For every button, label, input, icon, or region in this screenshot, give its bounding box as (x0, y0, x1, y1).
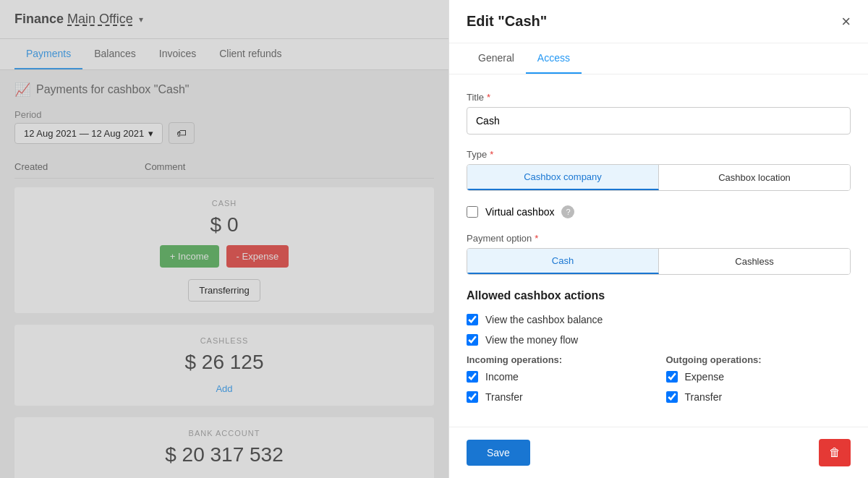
left-panel: Finance Main Office ▾ Payments Balances … (0, 0, 448, 478)
title-input[interactable] (467, 107, 851, 135)
select-arrow: ▾ (148, 128, 153, 139)
table-header: Created Comment (14, 155, 434, 179)
tab-payments[interactable]: Payments (14, 39, 82, 69)
operations-grid: Incoming operations: Income Transfer Out… (467, 354, 851, 411)
cashbox-bank-card: BANK ACCOUNT $ 20 317 532 (14, 417, 434, 478)
incoming-transfer-label: Transfer (485, 391, 523, 403)
cash-actions: + Income - Expense (26, 245, 422, 268)
payment-cashless[interactable]: Cashless (659, 249, 850, 274)
cash-amount: $ 0 (26, 213, 422, 236)
incoming-header: Incoming operations: (467, 354, 652, 365)
incoming-income-label: Income (485, 371, 519, 383)
close-button[interactable]: × (841, 14, 851, 30)
modal-header: Edit "Cash" × (449, 0, 868, 43)
delete-button[interactable]: 🗑 (819, 439, 851, 466)
office-dropdown-arrow[interactable]: ▾ (139, 14, 143, 25)
cashbox-cashless-card: CASHLESS $ 26 125 Add (14, 325, 434, 406)
help-icon[interactable]: ? (561, 205, 574, 218)
chart-icon: 📈 (14, 82, 30, 98)
main-tabs: Payments Balances Invoices Client refund… (0, 39, 448, 70)
title-field-group: Title * (467, 92, 851, 135)
incoming-income: Income (467, 371, 652, 383)
title-required: * (487, 92, 490, 103)
modal-body: Title * Type * Cashbox company Cashbox l… (449, 74, 868, 427)
expense-button[interactable]: - Expense (226, 245, 289, 268)
payment-option-required: * (535, 233, 538, 244)
action-view-money-flow: View the money flow (467, 334, 851, 346)
tab-invoices[interactable]: Invoices (148, 39, 208, 69)
view-balance-label: View the cashbox balance (485, 314, 603, 325)
type-field-group: Type * Cashbox company Cashbox location (467, 149, 851, 191)
app-title: Finance Main Office (14, 12, 133, 27)
col-comment: Comment (145, 161, 289, 172)
incoming-transfer-checkbox[interactable] (467, 391, 478, 403)
outgoing-expense: Expense (666, 371, 851, 383)
payment-option-group: Payment option * Cash Cashless (467, 233, 851, 275)
income-button[interactable]: + Income (160, 245, 219, 268)
virtual-cashbox-row: Virtual cashbox ? (467, 205, 851, 218)
outgoing-column: Outgoing operations: Expense Transfer (666, 354, 851, 411)
cashbox-cash-card: CASH $ 0 + Income - Expense Transferring (14, 187, 434, 313)
period-wrapper: Period 12 Aug 2021 — 12 Aug 2021 ▾ (14, 109, 163, 144)
add-link[interactable]: Add (216, 383, 232, 394)
tab-client-refunds[interactable]: Client refunds (208, 39, 293, 69)
incoming-transfer: Transfer (467, 391, 652, 403)
incoming-income-checkbox[interactable] (467, 371, 478, 383)
title-label: Title * (467, 92, 851, 103)
delete-icon: 🗑 (829, 446, 841, 458)
allowed-actions-title: Allowed cashbox actions (467, 289, 851, 302)
type-cashbox-location[interactable]: Cashbox location (659, 165, 850, 190)
payments-section: 📈 Payments for cashbox "Cash" Period 12 … (0, 70, 448, 179)
outgoing-header: Outgoing operations: (666, 354, 851, 365)
payments-title: 📈 Payments for cashbox "Cash" (14, 82, 434, 98)
edit-modal: Edit "Cash" × General Access Title * Typ… (448, 0, 868, 478)
outgoing-expense-label: Expense (685, 371, 724, 383)
app-header: Finance Main Office ▾ (0, 0, 448, 39)
cash-label: CASH (26, 199, 422, 208)
view-money-flow-label: View the money flow (485, 334, 578, 346)
cashless-amount: $ 26 125 (26, 351, 422, 374)
payment-option-label: Payment option * (467, 233, 851, 244)
period-row: Period 12 Aug 2021 — 12 Aug 2021 ▾ 🏷 (14, 109, 434, 144)
bank-amount: $ 20 317 532 (26, 443, 422, 466)
outgoing-transfer-checkbox[interactable] (666, 391, 678, 403)
tab-general[interactable]: General (467, 43, 526, 74)
modal-tabs: General Access (449, 43, 868, 74)
view-money-flow-checkbox[interactable] (467, 334, 478, 346)
outgoing-expense-checkbox[interactable] (666, 371, 678, 383)
tag-icon[interactable]: 🏷 (169, 122, 195, 144)
tab-balances[interactable]: Balances (82, 39, 148, 69)
col-created: Created (14, 161, 145, 172)
virtual-cashbox-label: Virtual cashbox (485, 206, 554, 218)
type-cashbox-company[interactable]: Cashbox company (467, 165, 659, 190)
period-label: Period (14, 109, 163, 120)
outgoing-transfer: Transfer (666, 391, 851, 403)
modal-title: Edit "Cash" (467, 13, 547, 30)
save-button[interactable]: Save (467, 440, 530, 466)
view-balance-checkbox[interactable] (467, 314, 478, 325)
type-required: * (490, 149, 493, 160)
modal-footer: Save 🗑 (449, 427, 868, 478)
payment-option-button-group: Cash Cashless (467, 248, 851, 275)
bank-label: BANK ACCOUNT (26, 429, 422, 438)
payment-cash[interactable]: Cash (467, 249, 659, 274)
transfer-button[interactable]: Transferring (188, 279, 260, 302)
tab-access[interactable]: Access (526, 43, 582, 74)
action-view-balance: View the cashbox balance (467, 314, 851, 325)
type-label: Type * (467, 149, 851, 160)
incoming-column: Incoming operations: Income Transfer (467, 354, 652, 411)
virtual-cashbox-checkbox[interactable] (467, 206, 478, 218)
outgoing-transfer-label: Transfer (685, 391, 723, 403)
type-button-group: Cashbox company Cashbox location (467, 164, 851, 191)
period-select[interactable]: 12 Aug 2021 — 12 Aug 2021 ▾ (14, 123, 163, 144)
cashbox-cards: CASH $ 0 + Income - Expense Transferring… (0, 179, 448, 478)
cashless-label: CASHLESS (26, 336, 422, 345)
